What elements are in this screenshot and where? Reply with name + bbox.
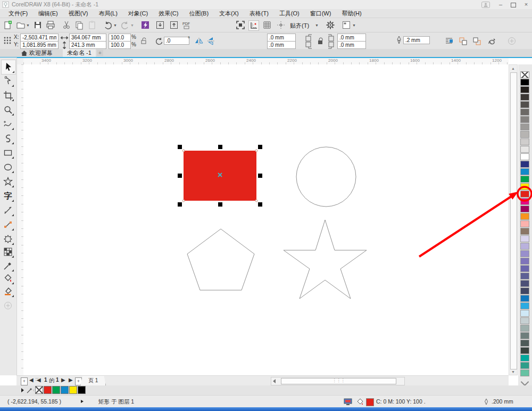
scroll-left-arrow[interactable] xyxy=(273,379,276,383)
prev-page-button[interactable]: ◀ xyxy=(37,377,41,383)
add-page-start-button[interactable]: + xyxy=(21,377,28,385)
wrap-text-icon[interactable] xyxy=(445,37,453,45)
application-launcher-button[interactable] xyxy=(342,20,351,30)
docpalette-flyout-arrow[interactable] xyxy=(21,388,24,392)
snap-to-dropdown[interactable]: 贴齐(T) xyxy=(290,22,309,30)
mirror-horizontal-icon[interactable] xyxy=(195,37,203,45)
docpalette-swatch-red[interactable] xyxy=(44,386,52,394)
vertical-ruler[interactable] xyxy=(16,64,24,375)
export-button[interactable] xyxy=(169,20,179,30)
open-dropdown-arrow[interactable]: ▼ xyxy=(26,23,30,27)
menu-item-3[interactable]: 布局(L) xyxy=(93,10,122,18)
star-shape[interactable] xyxy=(284,220,367,299)
close-button[interactable]: × xyxy=(520,1,532,8)
open-button[interactable] xyxy=(16,20,26,30)
corner-link-bottom2-icon[interactable] xyxy=(327,41,335,50)
palette-swatch-cyan-blue[interactable] xyxy=(520,168,529,175)
launcher-dropdown-arrow[interactable]: ▼ xyxy=(352,23,356,27)
palette-swatch-dark-gray[interactable] xyxy=(520,340,529,347)
pentagon-shape[interactable] xyxy=(187,229,254,290)
corner-radius-3-field[interactable] xyxy=(337,34,366,42)
palette-swatch-30-black[interactable] xyxy=(520,131,529,138)
palette-swatch-white[interactable] xyxy=(520,153,529,160)
rectangle-shape[interactable] xyxy=(184,151,256,201)
copy-button[interactable] xyxy=(74,20,84,30)
account-icon[interactable] xyxy=(481,2,490,8)
docpalette-swatch-green[interactable] xyxy=(52,386,60,394)
palette-swatch-light-purple[interactable] xyxy=(520,243,529,250)
palette-swatch-pale-blue[interactable] xyxy=(520,310,529,317)
palette-swatch-90-black[interactable] xyxy=(520,86,529,93)
ellipse-tool[interactable] xyxy=(1,160,15,174)
scale-x-field[interactable] xyxy=(109,34,131,42)
paste-button[interactable] xyxy=(87,20,97,30)
palette-swatch-sea-green[interactable] xyxy=(520,362,529,369)
palette-swatch-80-black[interactable] xyxy=(520,94,529,101)
palette-swatch-no-color[interactable] xyxy=(520,71,529,78)
palette-swatch-brown[interactable] xyxy=(520,228,529,235)
next-page-button[interactable]: ▶ xyxy=(61,377,65,383)
docpalette-swatch-blue[interactable] xyxy=(61,386,69,394)
object-width-field[interactable] xyxy=(69,34,106,42)
show-rulers-button[interactable] xyxy=(248,20,259,31)
scale-y-field[interactable] xyxy=(109,41,131,49)
palette-swatch-sky-blue[interactable] xyxy=(520,302,529,309)
circle-shape[interactable] xyxy=(296,147,356,207)
full-screen-preview-button[interactable] xyxy=(236,20,245,30)
palette-swatch-navy-gray[interactable] xyxy=(520,287,529,294)
interactive-fill-tool[interactable] xyxy=(1,272,15,285)
graph-paper-tool[interactable] xyxy=(1,245,15,259)
scroll-up-arrow[interactable]: ▲ xyxy=(510,67,516,70)
print-button[interactable] xyxy=(46,20,55,30)
artistic-media-tool[interactable] xyxy=(1,131,15,145)
vertical-scroll-thumb[interactable] xyxy=(510,72,517,369)
y-position-field[interactable] xyxy=(20,41,59,49)
mirror-vertical-icon[interactable] xyxy=(206,37,215,45)
palette-swatch-red[interactable] xyxy=(520,191,529,198)
palette-swatch-slate-blue[interactable] xyxy=(520,265,529,272)
menu-item-1[interactable]: 编辑(E) xyxy=(33,10,63,18)
menu-item-8[interactable]: 表格(T) xyxy=(244,10,274,18)
connector-tool[interactable] xyxy=(1,218,15,232)
corner-radius-2-field[interactable] xyxy=(267,41,296,49)
minimize-button[interactable]: – xyxy=(495,1,506,8)
menu-item-7[interactable]: 文本(X) xyxy=(214,10,244,18)
import-button[interactable] xyxy=(155,20,165,30)
lock-ratio-icon[interactable] xyxy=(139,37,148,45)
palette-swatch-70-black[interactable] xyxy=(520,101,529,108)
palette-swatch-20-black[interactable] xyxy=(520,138,529,145)
maximize-button[interactable] xyxy=(511,3,516,7)
pick-tool[interactable] xyxy=(1,60,16,75)
palette-swatch-slate-gray[interactable] xyxy=(520,332,529,339)
tab-document[interactable]: 未命名 -1 xyxy=(63,49,96,57)
text-tool[interactable]: 字 xyxy=(1,189,15,203)
first-page-button[interactable]: ◀ xyxy=(29,377,34,383)
palette-swatch-black[interactable] xyxy=(520,79,529,86)
corner-node[interactable] xyxy=(182,150,185,152)
dimension-tool[interactable] xyxy=(1,203,15,217)
rectangle-tool[interactable] xyxy=(1,146,15,160)
menu-item-4[interactable]: 对象(C) xyxy=(123,10,153,18)
cut-button[interactable] xyxy=(62,20,71,30)
drawing-canvas[interactable] xyxy=(23,64,509,375)
palette-swatch-strong-blue[interactable] xyxy=(520,295,529,302)
palette-swatch-charcoal[interactable] xyxy=(520,347,529,354)
basic-shapes-tool[interactable] xyxy=(1,232,15,246)
vertical-scrollbar[interactable]: ▲ ▼ xyxy=(509,64,518,375)
menu-item-6[interactable]: 位图(B) xyxy=(184,10,214,18)
save-button[interactable] xyxy=(33,20,43,30)
palette-swatch-60-black[interactable] xyxy=(520,109,529,116)
palette-swatch-violet[interactable] xyxy=(520,258,529,265)
palette-swatch-40-black[interactable] xyxy=(520,124,529,130)
palette-swatch-dark-slate[interactable] xyxy=(520,280,529,287)
redo-button[interactable] xyxy=(120,20,130,30)
palette-swatch-pink[interactable] xyxy=(520,220,529,227)
options-gear-button[interactable] xyxy=(326,20,335,30)
crop-tool[interactable] xyxy=(1,88,15,102)
palette-swatch-50-black[interactable] xyxy=(520,116,529,123)
show-guidelines-button[interactable] xyxy=(276,20,286,30)
x-position-field[interactable] xyxy=(20,34,59,42)
zoom-tool[interactable] xyxy=(1,103,15,117)
scroll-down-arrow[interactable]: ▼ xyxy=(510,370,516,374)
palette-swatch-orange[interactable] xyxy=(520,213,529,220)
